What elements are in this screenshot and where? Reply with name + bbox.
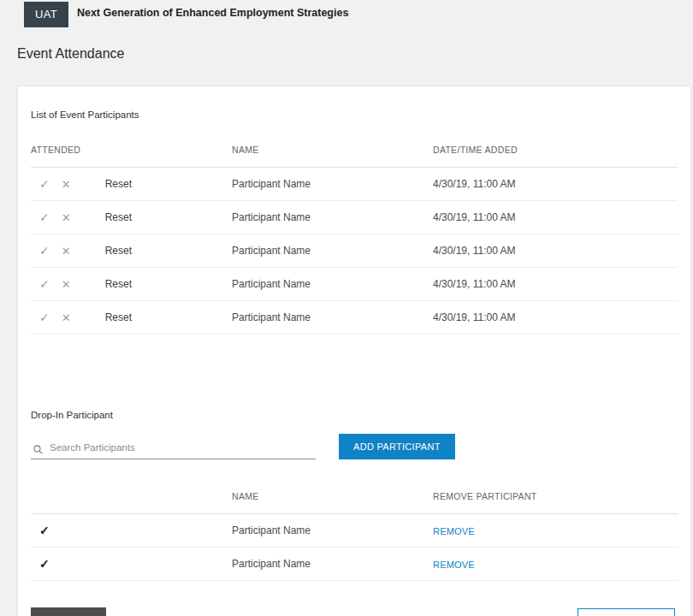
attended-check-icon[interactable]: ✓	[39, 210, 50, 224]
attended-check-icon[interactable]: ✓	[39, 277, 50, 291]
participant-date: 4/30/19, 11:00 AM	[433, 211, 678, 223]
attended-check-icon[interactable]: ✓	[39, 244, 50, 258]
search-participants-input[interactable]	[31, 437, 316, 459]
participants-table-header: ATTENDED NAME DATE/TIME ADDED	[31, 132, 678, 168]
event-attendance-card: List of Event Participants ATTENDED NAME…	[17, 86, 691, 616]
reset-link[interactable]: Reset	[105, 311, 132, 323]
top-bar: UAT Next Generation of Enhanced Employme…	[0, 0, 693, 27]
participant-date: 4/30/19, 11:00 AM	[433, 311, 678, 323]
page-title: Event Attendance	[17, 46, 693, 62]
attended-cell: ✓ ✕ Reset	[31, 210, 232, 224]
attended-cell: ✓ ✕ Reset	[31, 277, 232, 291]
attended-check-icon[interactable]: ✓	[39, 311, 50, 324]
attended-x-icon[interactable]: ✕	[62, 178, 71, 191]
participant-name: Participant Name	[232, 311, 433, 323]
participant-name: Participant Name	[232, 245, 433, 257]
column-header-remove: REMOVE PARTICIPANT	[433, 491, 678, 501]
footer-actions: ←BACK PRINT ROSTER SAVE & CLOSE	[31, 607, 678, 616]
search-icon	[33, 444, 44, 455]
table-row: ✓ ✕ Reset Participant Name 4/30/19, 11:0…	[31, 168, 678, 201]
attended-cell: ✓	[31, 524, 232, 537]
attended-cell: ✓	[31, 557, 232, 571]
column-header-name: NAME	[232, 491, 433, 501]
table-row: ✓ ✕ Reset Participant Name 4/30/19, 11:0…	[31, 268, 678, 301]
attended-check-icon: ✓	[39, 524, 50, 537]
participants-section-title: List of Event Participants	[31, 86, 678, 120]
table-row: ✓ Participant Name REMOVE	[31, 514, 678, 548]
attended-check-icon[interactable]: ✓	[39, 177, 50, 191]
reset-link[interactable]: Reset	[105, 178, 132, 190]
remove-link[interactable]: REMOVE	[433, 560, 475, 570]
column-header-date: DATE/TIME ADDED	[433, 145, 678, 155]
participant-name: Participant Name	[232, 178, 433, 190]
dropin-section-title: Drop-In Participant	[31, 335, 678, 420]
table-row: ✓ ✕ Reset Participant Name 4/30/19, 11:0…	[31, 301, 678, 335]
footer-right-group: PRINT ROSTER SAVE & CLOSE	[467, 608, 678, 616]
table-row: ✓ ✕ Reset Participant Name 4/30/19, 11:0…	[31, 234, 678, 268]
app-title: Next Generation of Enhanced Employment S…	[77, 7, 348, 19]
dropin-table-header: NAME REMOVE PARTICIPANT	[31, 478, 678, 514]
column-header-attended: ATTENDED	[31, 145, 232, 155]
attended-x-icon[interactable]: ✕	[62, 211, 71, 224]
reset-link[interactable]: Reset	[105, 211, 132, 223]
attended-cell: ✓ ✕ Reset	[31, 311, 232, 324]
participant-name: Participant Name	[232, 278, 433, 290]
participant-name: Participant Name	[232, 211, 433, 223]
table-row: ✓ ✕ Reset Participant Name 4/30/19, 11:0…	[31, 201, 678, 234]
dropin-search-row: ADD PARTICIPANT	[31, 434, 678, 459]
attended-x-icon[interactable]: ✕	[62, 245, 71, 258]
remove-link[interactable]: REMOVE	[433, 526, 475, 536]
back-button[interactable]: ←BACK	[31, 607, 106, 616]
add-participant-button[interactable]: ADD PARTICIPANT	[339, 434, 455, 459]
participant-date: 4/30/19, 11:00 AM	[433, 245, 678, 257]
participant-name: Participant Name	[232, 558, 433, 570]
attended-cell: ✓ ✕ Reset	[31, 244, 232, 258]
attended-cell: ✓ ✕ Reset	[31, 177, 232, 191]
attended-x-icon[interactable]: ✕	[62, 278, 71, 291]
participant-date: 4/30/19, 11:00 AM	[433, 278, 678, 290]
attended-check-icon: ✓	[39, 557, 50, 571]
table-row: ✓ Participant Name REMOVE	[31, 548, 678, 581]
environment-badge: UAT	[24, 2, 68, 27]
save-close-button[interactable]: SAVE & CLOSE	[578, 608, 675, 616]
participant-name: Participant Name	[232, 524, 433, 536]
participant-date: 4/30/19, 11:00 AM	[433, 178, 678, 190]
attended-x-icon[interactable]: ✕	[62, 311, 71, 324]
column-header-name: NAME	[232, 145, 433, 155]
search-field-wrap	[31, 437, 316, 459]
reset-link[interactable]: Reset	[105, 245, 132, 257]
reset-link[interactable]: Reset	[105, 278, 132, 290]
